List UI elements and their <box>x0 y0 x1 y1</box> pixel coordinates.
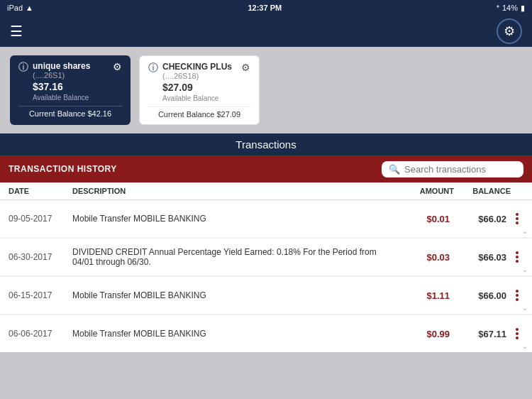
tx-balance: $66.00 <box>450 290 506 301</box>
card-2-name: CHECKING PLUs <box>162 62 241 72</box>
tx-description: Mobile Transfer MOBILE BANKING <box>72 329 393 339</box>
col-amount-header: AMOUNT <box>397 187 454 195</box>
ipad-label: iPad <box>7 4 23 12</box>
tx-amount: $1.11 <box>393 290 450 301</box>
status-time: 12:37 PM <box>248 4 282 12</box>
wifi-icon: ▲ <box>26 4 33 12</box>
card-1-number: (....26S1) <box>33 71 113 80</box>
tx-date: 06-06-2017 <box>9 329 72 339</box>
tx-description: Mobile Transfer MOBILE BANKING <box>72 290 393 300</box>
tx-expand-chevron: ⌄ <box>522 227 528 235</box>
status-left: iPad ▲ <box>7 4 33 12</box>
card-1-header: ⓘ unique shares (....26S1) ⚙ <box>18 61 122 80</box>
tx-more-button[interactable] <box>511 213 523 224</box>
search-icon: 🔍 <box>389 164 400 175</box>
tx-balance: $66.02 <box>450 214 506 224</box>
settings-button[interactable]: ⚙ <box>497 18 522 44</box>
card-1-balance: $37.16 <box>18 81 122 92</box>
tx-more-button[interactable] <box>511 251 523 263</box>
cards-area: ⓘ unique shares (....26S1) ⚙ $37.16 Avai… <box>0 47 532 133</box>
account-card-1: ⓘ unique shares (....26S1) ⚙ $37.16 Avai… <box>10 55 131 125</box>
transactions-list: 09-05-2017 Mobile Transfer MOBILE BANKIN… <box>0 200 532 352</box>
col-desc-header: DESCRIPTION <box>72 187 397 195</box>
card-1-gear-icon[interactable]: ⚙ <box>113 61 122 72</box>
battery-percent: 14% <box>502 4 518 12</box>
card-2-current: Current Balance $27.09 <box>148 106 250 119</box>
status-right: * 14% ▮ <box>497 4 525 13</box>
card-1-name: unique shares <box>33 61 113 71</box>
bluetooth-icon: * <box>497 4 499 12</box>
card-2-header: ⓘ CHECKING PLUs (....26S18) ⚙ <box>148 62 250 80</box>
tx-more-button[interactable] <box>511 290 523 301</box>
transactions-section-title: Transactions <box>0 133 532 155</box>
col-balance-header: BALANCE <box>454 187 511 195</box>
card-2-available-label: Available Balance <box>148 94 250 102</box>
card-1-available-label: Available Balance <box>18 94 122 102</box>
nav-bar: ☰ ⚙ <box>0 16 532 47</box>
account-card-2: ⓘ CHECKING PLUs (....26S18) ⚙ $27.09 Ava… <box>139 55 260 125</box>
battery-icon: ▮ <box>521 4 525 13</box>
tx-more-button[interactable] <box>511 328 523 339</box>
card-2-number: (....26S18) <box>162 72 241 80</box>
tx-description: DIVIDEND CREDIT Annual Percentage Yield … <box>72 247 393 267</box>
tx-balance: $66.03 <box>450 252 506 263</box>
tx-amount: $0.03 <box>393 252 450 263</box>
history-bar: TRANSACTION HISTORY 🔍 <box>0 155 532 182</box>
table-row: 06-06-2017 Mobile Transfer MOBILE BANKIN… <box>0 315 532 352</box>
tx-amount: $0.99 <box>393 329 450 339</box>
tx-date: 06-30-2017 <box>9 252 72 262</box>
tx-expand-chevron: ⌄ <box>522 342 528 350</box>
info-icon-1[interactable]: ⓘ <box>18 61 28 74</box>
tx-date: 09-05-2017 <box>9 214 72 224</box>
history-title: TRANSACTION HISTORY <box>9 164 117 174</box>
search-box[interactable]: 🔍 <box>382 161 523 177</box>
table-row: 06-30-2017 DIVIDEND CREDIT Annual Percen… <box>0 239 532 275</box>
table-row: 09-05-2017 Mobile Transfer MOBILE BANKIN… <box>0 200 532 237</box>
tx-description: Mobile Transfer MOBILE BANKING <box>72 214 393 224</box>
card-2-gear-icon[interactable]: ⚙ <box>241 62 250 73</box>
card-2-balance: $27.09 <box>148 82 250 93</box>
card-1-current: Current Balance $42.16 <box>18 106 122 118</box>
info-icon-2[interactable]: ⓘ <box>148 62 158 75</box>
search-input[interactable] <box>404 164 516 175</box>
tx-amount: $0.01 <box>393 214 450 224</box>
tx-expand-chevron: ⌄ <box>522 266 528 273</box>
tx-date: 06-15-2017 <box>9 290 72 300</box>
table-row: 06-15-2017 Mobile Transfer MOBILE BANKIN… <box>0 277 532 314</box>
column-headers: DATE DESCRIPTION AMOUNT BALANCE <box>0 182 532 200</box>
menu-button[interactable]: ☰ <box>10 23 23 40</box>
tx-balance: $67.11 <box>450 329 506 339</box>
tx-expand-chevron: ⌄ <box>522 304 528 312</box>
col-date-header: DATE <box>9 187 72 195</box>
status-bar: iPad ▲ 12:37 PM * 14% ▮ <box>0 0 532 16</box>
